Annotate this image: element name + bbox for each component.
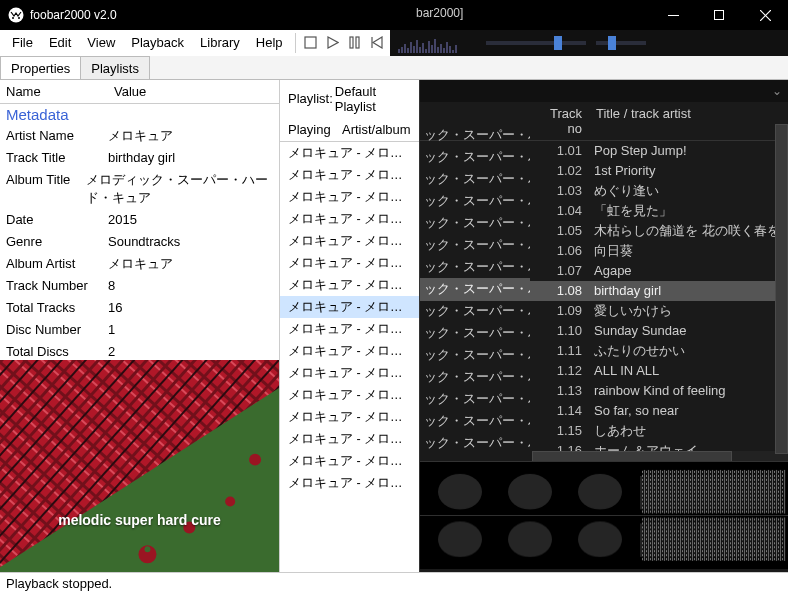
- tab-properties[interactable]: Properties: [0, 56, 81, 79]
- playlist-selected: Default Playlist: [335, 84, 415, 114]
- track-number: 1.08: [530, 282, 590, 300]
- track-row[interactable]: 1.01Pop Step Jump!: [420, 141, 788, 161]
- playlist-row[interactable]: メロキュア - メロディック・スーパー・ハード...: [280, 230, 419, 252]
- track-row[interactable]: 1.05木枯らしの舗道を 花の咲く春を: [420, 221, 788, 241]
- minimize-button[interactable]: [650, 0, 696, 30]
- menu-view[interactable]: View: [79, 31, 123, 54]
- pause-icon[interactable]: [346, 34, 364, 52]
- right-pane: ⌄ Track no Title / track artist 1.01Pop …: [420, 80, 788, 573]
- balance-slider[interactable]: [596, 41, 646, 45]
- track-row[interactable]: 1.09愛しいかけら: [420, 301, 788, 321]
- playlist-row[interactable]: メロキュア - メロディック・スーパー・ハード...: [280, 186, 419, 208]
- volume-slider[interactable]: [486, 41, 586, 45]
- prev-icon[interactable]: [368, 34, 386, 52]
- properties-header: Name Value: [0, 80, 279, 104]
- track-title: Pop Step Jump!: [590, 142, 788, 160]
- property-row[interactable]: GenreSoundtracks: [0, 231, 279, 253]
- property-row[interactable]: Track Titlebirthday girl: [0, 147, 279, 169]
- col-playing[interactable]: Playing: [280, 118, 334, 141]
- menu-library[interactable]: Library: [192, 31, 248, 54]
- playlist-row[interactable]: メロキュア - メロディック・スーパー・ハード...: [280, 472, 419, 494]
- track-row[interactable]: 1.11ふたりのせかい: [420, 341, 788, 361]
- playlist-row[interactable]: メロキュア - メロディック・スーパー・ハード...: [280, 164, 419, 186]
- property-row[interactable]: Total Tracks16: [0, 297, 279, 319]
- track-number: 1.12: [530, 362, 590, 380]
- playlist-row[interactable]: メロキュア - メロディック・スーパー・ハード...: [280, 362, 419, 384]
- property-row[interactable]: Total Discs2: [0, 341, 279, 361]
- track-title: rainbow Kind of feeling: [590, 382, 788, 400]
- playlist-row[interactable]: メロキュア - メロディック・スーパー・ハード...: [280, 340, 419, 362]
- col-artist-album[interactable]: Artist/album: [334, 118, 415, 141]
- property-row[interactable]: Album Artistメロキュア: [0, 253, 279, 275]
- svg-point-29: [578, 473, 622, 509]
- chevron-down-icon[interactable]: ⌄: [772, 84, 782, 98]
- stop-icon[interactable]: [302, 34, 320, 52]
- track-row[interactable]: 1.13rainbow Kind of feeling: [420, 381, 788, 401]
- titlebar[interactable]: foobar2000 v2.0 bar2000]: [0, 0, 788, 30]
- peak-meter: [398, 33, 476, 53]
- track-title: So far, so near: [590, 402, 788, 420]
- playlist-row[interactable]: メロキュア - メロディック・スーパー・ハード...: [280, 450, 419, 472]
- playlist-row[interactable]: メロキュア - メロディック・スーパー・ハード...: [280, 318, 419, 340]
- track-row[interactable]: 1.12ALL IN ALL: [420, 361, 788, 381]
- menu-playback[interactable]: Playback: [123, 31, 192, 54]
- menu-edit[interactable]: Edit: [41, 31, 79, 54]
- playlist-row[interactable]: メロキュア - メロディック・スーパー・ハード...: [280, 142, 419, 164]
- vertical-scrollbar[interactable]: [775, 124, 788, 465]
- track-row[interactable]: 1.021st Priority: [420, 161, 788, 181]
- track-row[interactable]: 1.07Agape: [420, 261, 788, 281]
- album-art[interactable]: melodic super hard cure: [0, 360, 279, 572]
- property-row[interactable]: Date2015: [0, 209, 279, 231]
- track-title: 「虹を見た」: [590, 202, 788, 220]
- svg-rect-5: [305, 37, 316, 48]
- menu-help[interactable]: Help: [248, 31, 291, 54]
- spectrogram[interactable]: [420, 461, 788, 569]
- playlist-row[interactable]: メロキュア - メロディック・スーパー・ハード...: [280, 274, 419, 296]
- playlist-row[interactable]: メロキュア - メロディック・スーパー・ハード...: [280, 208, 419, 230]
- playlist-row[interactable]: メロキュア - メロディック・スーパー・ハード...: [280, 384, 419, 406]
- window-title: foobar2000 v2.0: [30, 8, 117, 22]
- track-row[interactable]: 1.10Sunday Sundae: [420, 321, 788, 341]
- svg-marker-6: [328, 37, 338, 48]
- dark-toolbar: [390, 30, 788, 56]
- playlist-row[interactable]: メロキュア - メロディック・スーパー・ハード...: [280, 252, 419, 274]
- property-row[interactable]: Disc Number1: [0, 319, 279, 341]
- property-key: Total Discs: [6, 343, 108, 361]
- track-row[interactable]: 1.14So far, so near: [420, 401, 788, 421]
- middle-header: Playing Artist/album: [280, 118, 419, 142]
- col-track-no[interactable]: Track no: [530, 102, 590, 140]
- property-key: Genre: [6, 233, 108, 251]
- playlist-row[interactable]: メロキュア - メロディック・スーパー・ハード...: [280, 406, 419, 428]
- properties-section-header: Metadata: [0, 104, 279, 125]
- close-button[interactable]: [742, 0, 788, 30]
- playlist-row[interactable]: メロキュア - メロディック・スーパー・ハード...: [280, 428, 419, 450]
- col-value[interactable]: Value: [108, 80, 152, 103]
- svg-point-0: [9, 7, 24, 22]
- menu-file[interactable]: File: [4, 31, 41, 54]
- track-row[interactable]: 1.08birthday girl: [420, 281, 788, 301]
- track-title: 1st Priority: [590, 162, 788, 180]
- playlist-tabs-dark[interactable]: ⌄: [420, 80, 788, 102]
- property-row[interactable]: Artist Nameメロキュア: [0, 125, 279, 147]
- playlist-row[interactable]: メロキュア - メロディック・スーパー・ハード...: [280, 296, 419, 318]
- maximize-button[interactable]: [696, 0, 742, 30]
- tab-playlists[interactable]: Playlists: [80, 56, 150, 79]
- svg-point-22: [144, 546, 150, 552]
- track-number: 1.11: [530, 342, 590, 360]
- play-icon[interactable]: [324, 34, 342, 52]
- col-name[interactable]: Name: [0, 80, 108, 103]
- svg-point-31: [438, 521, 482, 557]
- track-row[interactable]: 1.04「虹を見た」: [420, 201, 788, 221]
- property-row[interactable]: Album Titleメロディック・スーパー・ハード・キュア: [0, 169, 279, 209]
- track-row[interactable]: 1.03めぐり逢い: [420, 181, 788, 201]
- svg-rect-8: [356, 37, 359, 48]
- playlist-selector[interactable]: Playlist: Default Playlist: [280, 80, 419, 118]
- property-value: Soundtracks: [108, 233, 180, 251]
- track-title: Sunday Sundae: [590, 322, 788, 340]
- property-row[interactable]: Track Number8: [0, 275, 279, 297]
- property-key: Album Artist: [6, 255, 108, 273]
- track-row[interactable]: 1.06向日葵: [420, 241, 788, 261]
- property-value: 2015: [108, 211, 137, 229]
- track-row[interactable]: 1.15しあわせ: [420, 421, 788, 441]
- col-title-artist[interactable]: Title / track artist: [590, 102, 788, 140]
